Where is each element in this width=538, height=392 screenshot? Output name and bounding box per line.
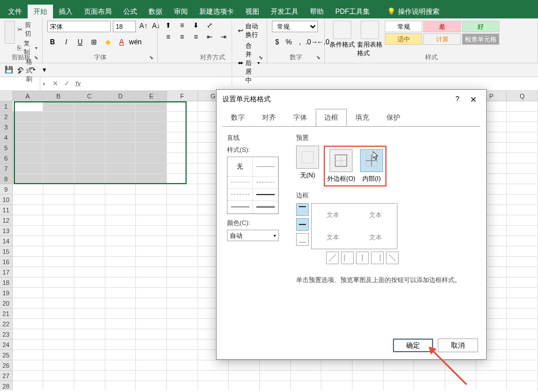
increase-decimal-button[interactable]: .0→ bbox=[306, 37, 317, 47]
indent-decrease-button[interactable]: ⇤ bbox=[204, 32, 215, 41]
align-top-button[interactable]: ⬆ bbox=[162, 21, 174, 30]
cell[interactable] bbox=[43, 329, 74, 340]
cell[interactable] bbox=[321, 381, 353, 390]
cell[interactable] bbox=[384, 371, 415, 381]
cell[interactable] bbox=[74, 163, 105, 174]
cell[interactable] bbox=[136, 277, 167, 288]
row-header-21[interactable]: 21 bbox=[0, 309, 13, 319]
cell[interactable] bbox=[43, 309, 74, 319]
cell[interactable] bbox=[74, 319, 105, 329]
cell[interactable] bbox=[136, 360, 167, 371]
cell[interactable] bbox=[74, 360, 105, 371]
cell[interactable] bbox=[136, 288, 167, 298]
cell[interactable] bbox=[74, 112, 105, 122]
cell[interactable] bbox=[74, 122, 105, 132]
cell[interactable] bbox=[167, 340, 198, 350]
dlg-tab-font[interactable]: 字体 bbox=[285, 109, 316, 127]
cell[interactable] bbox=[74, 195, 105, 205]
cell[interactable] bbox=[353, 371, 384, 381]
cell[interactable] bbox=[105, 163, 137, 174]
cell[interactable] bbox=[507, 246, 538, 257]
cell[interactable] bbox=[13, 350, 44, 360]
dialog-close-button[interactable]: ✕ bbox=[467, 95, 480, 104]
cell[interactable] bbox=[13, 371, 44, 381]
cell[interactable] bbox=[43, 288, 74, 298]
cell[interactable] bbox=[74, 350, 105, 360]
table-format-button[interactable]: 套用表格格式 bbox=[357, 21, 382, 58]
cell[interactable] bbox=[74, 226, 105, 236]
cell[interactable] bbox=[13, 267, 44, 277]
cell[interactable] bbox=[476, 360, 507, 371]
cell[interactable] bbox=[507, 257, 538, 267]
cell[interactable] bbox=[43, 184, 74, 195]
align-center-button[interactable]: ≡ bbox=[176, 32, 188, 41]
cell[interactable] bbox=[136, 184, 167, 195]
cell[interactable] bbox=[74, 288, 105, 298]
cell[interactable] bbox=[13, 329, 44, 340]
tab-layout[interactable]: 页面布局 bbox=[78, 5, 118, 19]
cell[interactable] bbox=[74, 277, 105, 288]
style-calc[interactable]: 计算 bbox=[423, 33, 461, 45]
style-neutral[interactable]: 适中 bbox=[385, 33, 422, 45]
dlg-tab-fill[interactable]: 填充 bbox=[347, 109, 378, 127]
cell[interactable] bbox=[105, 184, 137, 195]
cell[interactable] bbox=[507, 132, 538, 143]
cell[interactable] bbox=[507, 195, 538, 205]
col-header-C[interactable]: C bbox=[74, 91, 105, 101]
cell[interactable] bbox=[74, 309, 105, 319]
cell[interactable] bbox=[105, 143, 137, 153]
dlg-tab-number[interactable]: 数字 bbox=[222, 109, 253, 127]
cell[interactable] bbox=[74, 205, 105, 215]
cell[interactable] bbox=[507, 205, 538, 215]
cell[interactable] bbox=[507, 277, 538, 288]
cell[interactable] bbox=[507, 174, 538, 184]
cell[interactable] bbox=[507, 329, 538, 340]
cell[interactable] bbox=[167, 350, 198, 360]
row-header-15[interactable]: 15 bbox=[0, 246, 13, 257]
col-header-D[interactable]: D bbox=[105, 91, 137, 101]
cell[interactable] bbox=[476, 381, 507, 390]
italic-button[interactable]: I bbox=[61, 37, 71, 47]
cell[interactable] bbox=[321, 360, 353, 371]
cell[interactable] bbox=[13, 195, 44, 205]
tab-help[interactable]: 帮助 bbox=[304, 5, 329, 19]
line-style-2[interactable] bbox=[228, 177, 253, 188]
cell[interactable] bbox=[43, 360, 74, 371]
cell[interactable] bbox=[13, 246, 44, 257]
col-header-Q[interactable]: Q bbox=[507, 91, 538, 101]
cell[interactable] bbox=[167, 329, 198, 340]
cell[interactable] bbox=[136, 226, 167, 236]
row-header-17[interactable]: 17 bbox=[0, 267, 13, 277]
row-header-11[interactable]: 11 bbox=[0, 205, 13, 215]
cell[interactable] bbox=[74, 257, 105, 267]
cell[interactable] bbox=[13, 143, 44, 153]
row-header-2[interactable]: 2 bbox=[0, 112, 13, 122]
row-header-3[interactable]: 3 bbox=[0, 122, 13, 132]
cell[interactable] bbox=[507, 350, 538, 360]
row-header-26[interactable]: 26 bbox=[0, 360, 13, 371]
cell[interactable] bbox=[105, 236, 137, 246]
cell[interactable] bbox=[167, 153, 198, 163]
cell[interactable] bbox=[74, 132, 105, 143]
cell[interactable] bbox=[105, 371, 137, 381]
cell[interactable] bbox=[13, 215, 44, 226]
cell[interactable] bbox=[105, 298, 137, 309]
align-middle-button[interactable]: ≡ bbox=[176, 21, 188, 30]
cell[interactable] bbox=[13, 381, 44, 390]
cell[interactable] bbox=[43, 371, 74, 381]
cell[interactable] bbox=[507, 340, 538, 350]
row-header-23[interactable]: 23 bbox=[0, 329, 13, 340]
cell[interactable] bbox=[507, 184, 538, 195]
underline-button[interactable]: U bbox=[75, 37, 85, 47]
cell[interactable] bbox=[43, 226, 74, 236]
cell[interactable] bbox=[476, 371, 507, 381]
dialog-help-button[interactable]: ? bbox=[450, 95, 464, 104]
row-header-25[interactable]: 25 bbox=[0, 350, 13, 360]
border-diag-down-button[interactable] bbox=[386, 252, 399, 264]
col-header-F[interactable]: F bbox=[167, 91, 198, 101]
cell[interactable] bbox=[167, 309, 198, 319]
style-normal[interactable]: 常规 bbox=[385, 21, 422, 32]
cell[interactable] bbox=[136, 267, 167, 277]
tab-newtab[interactable]: 新建选项卡 bbox=[194, 5, 240, 19]
cell[interactable] bbox=[74, 184, 105, 195]
